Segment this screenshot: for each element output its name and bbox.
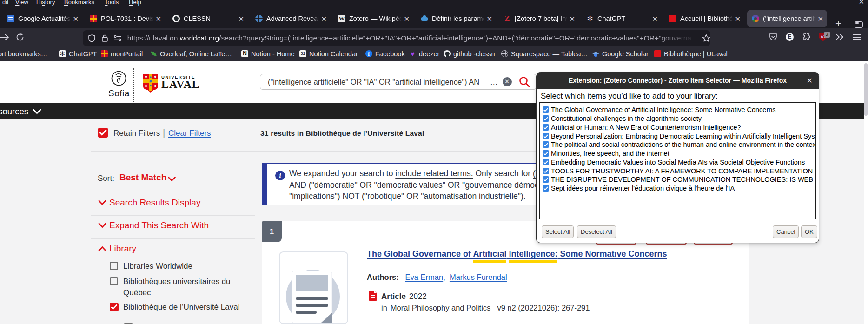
- deselect-all-button[interactable]: Deselect All: [577, 225, 616, 238]
- item-checkbox[interactable]: [543, 124, 549, 131]
- result-thumbnail[interactable]: [279, 251, 348, 324]
- tab-close-icon[interactable]: ✕: [817, 15, 823, 22]
- dialog-list-item[interactable]: Constitutional challenges in the algorit…: [540, 114, 815, 123]
- tab-close-icon[interactable]: ✕: [486, 15, 492, 22]
- bookmark-item[interactable]: ♥ deezer: [409, 46, 439, 61]
- tab-close-icon[interactable]: ✕: [321, 15, 327, 22]
- bookmark-item[interactable]: 31 Notion Calendar: [299, 46, 358, 61]
- retain-filters-checkbox[interactable]: [98, 128, 108, 138]
- item-checkbox[interactable]: [543, 185, 549, 192]
- dialog-list-item[interactable]: The Global Governance of Artificial Inte…: [540, 106, 815, 114]
- overflow-menu-icon[interactable]: [835, 33, 845, 40]
- search-box[interactable]: ("intelligence artificielle" OR "IA" OR …: [260, 74, 537, 90]
- bookmark-star-icon[interactable]: [702, 34, 710, 42]
- item-checkbox[interactable]: [543, 168, 549, 174]
- tab-close-icon[interactable]: ✕: [652, 15, 658, 22]
- browser-tab[interactable]: Accueil | Bibliothèq ✕: [664, 10, 744, 27]
- dialog-list-item[interactable]: Embedding Democratic Values into Social …: [540, 158, 815, 167]
- browser-tab[interactable]: W Zotero — Wikipédi ✕: [333, 10, 413, 27]
- sort-dropdown[interactable]: Best Match: [119, 172, 166, 183]
- window-close-icon[interactable]: ✕: [858, 0, 864, 6]
- browser-tab[interactable]: Définir les paramèt ✕: [416, 10, 496, 27]
- browser-tab[interactable]: Z [Zotero 7 beta] Inv ✕: [499, 10, 579, 27]
- facet-heading[interactable]: Expand This Search With: [98, 220, 209, 231]
- dialog-list-item[interactable]: Sept idées pour réinventer l'éducation c…: [540, 184, 815, 193]
- dialog-close-icon[interactable]: ✕: [807, 72, 813, 89]
- browser-tab[interactable]: POL-7031 : Devis d ✕: [85, 10, 165, 27]
- author-link[interactable]: Eva Erman: [405, 273, 444, 281]
- facet-checkbox[interactable]: [110, 277, 118, 285]
- cancel-button[interactable]: Cancel: [773, 225, 799, 238]
- bookmark-item[interactable]: monPortail: [101, 46, 143, 61]
- tab-close-icon[interactable]: ✕: [155, 15, 161, 22]
- tracking-shield-icon[interactable]: [88, 34, 95, 42]
- tab-close-icon[interactable]: ✕: [73, 15, 79, 22]
- forward-icon[interactable]: [0, 33, 9, 41]
- bookmark-item[interactable]: ort bookmarks…: [0, 46, 47, 61]
- bookmark-item[interactable]: github -clessn: [444, 46, 495, 61]
- browser-tab[interactable]: Advanced Reveal – ✕: [251, 10, 331, 27]
- dialog-list-item[interactable]: Artificial or Human: A New Era of Counte…: [540, 123, 815, 132]
- browser-tab[interactable]: ("intelligence artifi ✕: [747, 10, 827, 27]
- page-scrollbar-thumb[interactable]: [864, 63, 868, 116]
- dialog-item-list[interactable]: The Global Governance of Artificial Inte…: [539, 102, 816, 219]
- list-all-tabs-button[interactable]: [855, 21, 863, 28]
- dialog-list-item[interactable]: Minorities, free speech, and the interne…: [540, 149, 815, 158]
- menu-item[interactable]: dit: [2, 0, 9, 6]
- dialog-title-bar[interactable]: Extension: (Zotero Connector) - Zotero I…: [537, 72, 819, 89]
- ok-button[interactable]: OK: [801, 225, 817, 238]
- tab-close-icon[interactable]: ✕: [404, 15, 410, 22]
- facet-checkbox[interactable]: [110, 303, 119, 311]
- item-checkbox[interactable]: [543, 106, 549, 113]
- dialog-list-item[interactable]: The political and social contradictions …: [540, 140, 815, 149]
- search-clear-icon[interactable]: ✕: [503, 77, 512, 86]
- facet-checkbox[interactable]: [110, 262, 118, 270]
- tab-close-icon[interactable]: ✕: [569, 15, 575, 22]
- pocket-icon[interactable]: [769, 33, 777, 41]
- bookmark-item[interactable]: N Notion - Home: [241, 46, 294, 61]
- item-checkbox[interactable]: [543, 176, 549, 183]
- dialog-list-item[interactable]: Beyond Personalization: Embracing Democr…: [540, 132, 815, 140]
- new-tab-button[interactable]: +: [835, 19, 841, 29]
- bookmark-item[interactable]: ✻ ChatGPT: [59, 46, 97, 61]
- reload-icon[interactable]: [16, 33, 24, 41]
- facet-heading[interactable]: Search Results Display: [98, 198, 200, 208]
- bookmark-item[interactable]: Overleaf, Online LaTe…: [150, 46, 232, 61]
- menu-item[interactable]: Help: [129, 0, 141, 6]
- menu-item[interactable]: Bookmarks: [64, 0, 94, 6]
- action-button-edge[interactable]: [646, 243, 687, 245]
- item-checkbox[interactable]: [543, 133, 549, 139]
- menu-item[interactable]: View: [15, 0, 28, 6]
- author-link[interactable]: Markus Furendal: [450, 273, 507, 281]
- url-bar[interactable]: https://ulaval.on.worldcat.org/search?qu…: [83, 30, 710, 46]
- dialog-list-item[interactable]: THE DISRUPTIVE DEVELOPMENT OF COMMUNICAT…: [540, 175, 815, 184]
- dialog-list-item[interactable]: TOOLS FOR TRUSTWORTHY AI: A FRAMEWORK TO…: [540, 166, 815, 175]
- browser-tab[interactable]: Google Actualités - ✕: [2, 10, 82, 27]
- item-checkbox[interactable]: [543, 159, 549, 165]
- bookmark-item[interactable]: f Facebook: [365, 46, 405, 61]
- bookmark-item[interactable]: Squarespace — Tablea…: [501, 46, 588, 61]
- search-submit-icon[interactable]: [518, 76, 530, 88]
- browser-tab[interactable]: CLESSN ✕: [168, 10, 248, 27]
- tab-close-icon[interactable]: ✕: [735, 15, 741, 22]
- item-checkbox[interactable]: [543, 150, 549, 157]
- related-terms-link[interactable]: include related terms.: [395, 169, 473, 178]
- nav-resources-menu[interactable]: ssources: [0, 106, 41, 117]
- action-button-edge[interactable]: [694, 243, 733, 245]
- extension-e-icon[interactable]: E: [786, 33, 794, 41]
- tab-close-icon[interactable]: ✕: [238, 15, 244, 22]
- lock-icon[interactable]: [102, 34, 108, 42]
- extensions-puzzle-icon[interactable]: [802, 33, 811, 41]
- item-checkbox[interactable]: [543, 141, 549, 148]
- menu-item[interactable]: Tools: [105, 0, 119, 6]
- menu-item[interactable]: History: [36, 0, 55, 6]
- bookmark-item[interactable]: Google Scholar: [592, 46, 649, 61]
- browser-tab[interactable]: ✻ ChatGPT ✕: [582, 10, 662, 27]
- facet-heading[interactable]: Library: [98, 244, 136, 254]
- result-title-link[interactable]: The Global Governance of Artificial Inte…: [367, 249, 692, 259]
- ulaval-shield-logo[interactable]: [143, 73, 159, 93]
- bookmark-item[interactable]: Bibliothèque | ULaval: [654, 46, 728, 61]
- clear-filters-link[interactable]: Clear Filters: [168, 129, 211, 138]
- action-button-edge[interactable]: [596, 243, 636, 245]
- sofia-logo[interactable]: Sofia: [108, 71, 130, 99]
